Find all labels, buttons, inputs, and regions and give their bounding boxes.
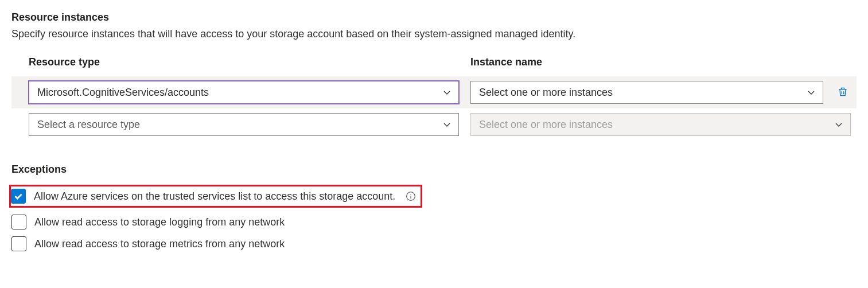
resource-type-dropdown[interactable]: Select a resource type bbox=[29, 113, 459, 136]
resource-type-dropdown[interactable]: Microsoft.CognitiveServices/accounts bbox=[29, 81, 459, 104]
exceptions-section: Exceptions Allow Azure services on the t… bbox=[11, 164, 857, 255]
exceptions-title: Exceptions bbox=[11, 164, 857, 176]
table-headers: Resource type Instance name bbox=[11, 56, 857, 76]
resource-instances-title: Resource instances bbox=[11, 11, 857, 24]
table-rows: Microsoft.CognitiveServices/accountsSele… bbox=[11, 76, 857, 141]
resource-type-value: Select a resource type bbox=[37, 119, 140, 131]
exception-label: Allow read access to storage metrics fro… bbox=[34, 238, 285, 250]
exception-row: Allow read access to storage logging fro… bbox=[11, 211, 857, 233]
exception-checkbox[interactable] bbox=[11, 236, 26, 251]
exception-row: Allow read access to storage metrics fro… bbox=[11, 233, 857, 255]
instance-name-value: Select one or more instances bbox=[479, 87, 613, 99]
exception-label: Allow read access to storage logging fro… bbox=[34, 216, 285, 228]
trash-icon bbox=[837, 85, 848, 100]
exception-label: Allow Azure services on the trusted serv… bbox=[34, 190, 395, 203]
svg-point-1 bbox=[411, 194, 411, 194]
highlighted-exception: Allow Azure services on the trusted serv… bbox=[9, 185, 422, 208]
chevron-down-icon bbox=[834, 120, 843, 129]
header-resource-type: Resource type bbox=[29, 56, 459, 68]
header-instance-name: Instance name bbox=[470, 56, 857, 68]
instance-name-dropdown[interactable]: Select one or more instances bbox=[470, 81, 823, 104]
exception-row: Allow Azure services on the trusted serv… bbox=[11, 181, 857, 211]
chevron-down-icon bbox=[807, 88, 816, 97]
instance-name-value: Select one or more instances bbox=[479, 119, 613, 131]
resource-instances-section: Resource instances Specify resource inst… bbox=[11, 11, 857, 141]
resource-instances-description: Specify resource instances that will hav… bbox=[11, 28, 857, 40]
table-row: Select a resource typeSelect one or more… bbox=[11, 108, 857, 141]
resource-instances-table: Resource type Instance name Microsoft.Co… bbox=[11, 56, 857, 141]
resource-type-value: Microsoft.CognitiveServices/accounts bbox=[37, 87, 209, 99]
info-icon[interactable] bbox=[406, 191, 416, 201]
delete-row-button[interactable] bbox=[835, 84, 851, 100]
chevron-down-icon bbox=[442, 120, 451, 129]
exceptions-list: Allow Azure services on the trusted serv… bbox=[11, 181, 857, 255]
table-row: Microsoft.CognitiveServices/accountsSele… bbox=[11, 76, 857, 108]
exception-checkbox[interactable] bbox=[11, 189, 26, 204]
exception-checkbox[interactable] bbox=[11, 215, 26, 229]
instance-name-dropdown: Select one or more instances bbox=[470, 113, 851, 136]
chevron-down-icon bbox=[442, 88, 451, 97]
